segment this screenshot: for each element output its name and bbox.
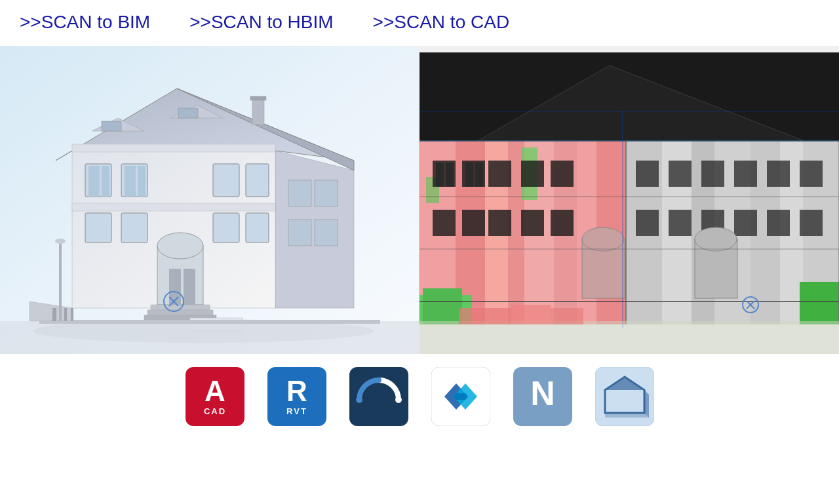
svg-rect-44	[59, 242, 62, 321]
svg-marker-143	[644, 390, 649, 417]
svg-rect-124	[551, 308, 583, 324]
svg-rect-21	[184, 269, 195, 305]
nav-scan-cad[interactable]: >>SCAN to CAD	[373, 12, 510, 33]
svg-rect-84	[521, 161, 544, 187]
svg-rect-39	[39, 320, 380, 324]
svg-marker-137	[454, 393, 468, 400]
svg-rect-78	[436, 163, 444, 187]
archicad-logo[interactable]	[349, 367, 408, 426]
svg-text:N: N	[530, 374, 555, 412]
svg-text:RVT: RVT	[286, 406, 307, 416]
svg-point-132	[395, 397, 402, 403]
svg-point-106	[695, 227, 737, 251]
svg-rect-89	[521, 210, 544, 236]
svg-rect-46	[288, 180, 311, 206]
svg-rect-12	[213, 164, 239, 197]
svg-point-104	[582, 227, 624, 251]
svg-rect-15	[121, 213, 147, 242]
svg-rect-86	[433, 210, 456, 236]
svg-rect-16	[213, 213, 239, 242]
svg-rect-96	[800, 161, 823, 187]
svg-rect-32	[252, 98, 264, 125]
svg-point-45	[55, 239, 66, 244]
svg-rect-35	[102, 121, 121, 131]
svg-rect-98	[669, 210, 692, 236]
svg-rect-14	[85, 213, 111, 242]
svg-rect-25	[147, 310, 213, 315]
svg-rect-23	[72, 144, 275, 152]
autocad-logo[interactable]: A CAD	[185, 367, 244, 426]
svg-rect-81	[465, 163, 473, 187]
svg-rect-17	[246, 213, 269, 242]
svg-rect-92	[669, 161, 692, 187]
svg-point-133	[356, 397, 362, 403]
svg-rect-93	[701, 161, 724, 187]
svg-rect-100	[734, 210, 757, 236]
svg-rect-22	[72, 203, 275, 211]
svg-rect-97	[636, 210, 659, 236]
svg-rect-83	[488, 161, 511, 187]
svg-rect-121	[420, 321, 839, 354]
nav-scan-bim[interactable]: >>SCAN to BIM	[20, 12, 150, 33]
svg-rect-33	[250, 96, 266, 100]
svg-rect-43	[71, 308, 73, 321]
svg-rect-85	[551, 161, 574, 187]
svg-rect-79	[446, 163, 454, 187]
revit-logo[interactable]: R RVT	[267, 367, 326, 426]
svg-rect-37	[178, 108, 198, 118]
svg-rect-7	[88, 166, 100, 197]
svg-rect-123	[511, 305, 551, 324]
svg-rect-47	[315, 180, 338, 206]
svg-rect-38	[0, 321, 420, 354]
header-nav: >>SCAN to BIM >>SCAN to HBIM >>SCAN to C…	[0, 0, 839, 39]
svg-rect-90	[551, 210, 574, 236]
svg-text:CAD: CAD	[203, 406, 225, 416]
svg-rect-48	[288, 220, 311, 246]
images-row: DELIAS	[0, 46, 839, 354]
svg-rect-95	[767, 161, 790, 187]
svg-rect-71	[423, 288, 462, 324]
logos-bar: A CAD R RVT	[0, 357, 839, 436]
svg-rect-122	[459, 308, 511, 324]
svg-rect-49	[315, 220, 338, 246]
nav-scan-hbim[interactable]: >>SCAN to HBIM	[189, 12, 333, 33]
svg-rect-88	[488, 210, 511, 236]
svg-marker-144	[605, 413, 649, 417]
svg-rect-102	[800, 210, 823, 236]
svg-rect-13	[246, 164, 269, 197]
svg-rect-87	[462, 210, 485, 236]
svg-rect-10	[125, 166, 136, 197]
svg-rect-42	[64, 308, 67, 321]
vectorworks-logo[interactable]	[431, 367, 490, 426]
svg-rect-101	[767, 210, 790, 236]
svg-rect-40	[52, 308, 56, 321]
svg-rect-82	[475, 163, 483, 187]
cad-scan-image: DELIAS	[420, 46, 839, 354]
bim-model-image	[0, 46, 420, 354]
navisworks-logo[interactable]: N	[513, 367, 572, 426]
svg-rect-8	[102, 166, 109, 197]
svg-rect-94	[734, 161, 757, 187]
svg-rect-73	[800, 282, 839, 324]
sketchup-logo[interactable]	[595, 367, 654, 426]
svg-point-19	[157, 233, 203, 259]
svg-text:R: R	[286, 375, 307, 407]
svg-rect-91	[636, 161, 659, 187]
svg-text:A: A	[205, 375, 225, 407]
svg-rect-11	[138, 166, 146, 197]
